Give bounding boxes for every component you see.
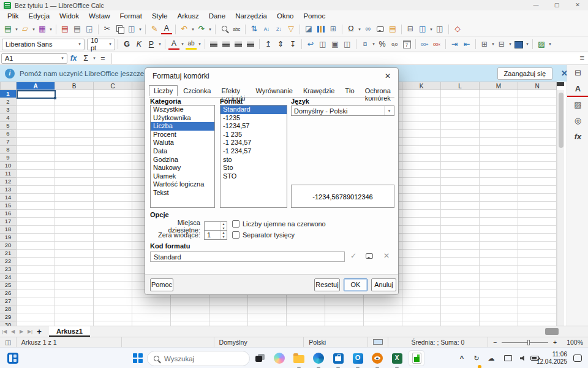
vertical-split-handle[interactable] (557, 82, 564, 86)
zoom-out-button[interactable]: − (488, 339, 502, 346)
spelling-icon[interactable]: abc (231, 23, 242, 35)
name-box[interactable]: A1 ▾ (1, 53, 67, 64)
previous-sheet-icon[interactable]: ◀ (9, 329, 17, 334)
row-header-11[interactable]: 11 (0, 170, 17, 178)
currency-format-icon[interactable]: ¤ (360, 39, 371, 50)
row-header-14[interactable]: 14 (0, 194, 17, 202)
border-style-dropdown-icon[interactable]: ▾ (508, 42, 513, 47)
display-tray-icon[interactable] (504, 348, 512, 368)
ok-button[interactable]: OK (344, 278, 368, 291)
font-color-dropdown-icon[interactable]: ▾ (180, 42, 185, 47)
freeze-panes-icon[interactable]: ◫ (417, 23, 428, 35)
column-header-C[interactable]: C (94, 82, 132, 90)
currency-dropdown-icon[interactable]: ▾ (371, 42, 376, 47)
zoom-in-button[interactable]: + (548, 339, 562, 346)
dialog-close-icon[interactable]: ✕ (385, 72, 391, 80)
notification-center-icon[interactable] (573, 348, 582, 368)
align-justify-icon[interactable] (245, 39, 256, 50)
find-replace-icon[interactable] (219, 23, 230, 35)
open-dropdown-icon[interactable]: ▾ (31, 27, 36, 32)
microsoft-store-button[interactable] (330, 350, 346, 366)
menu-item[interactable]: Edycja (24, 10, 55, 22)
page-style[interactable]: Domyślny (214, 339, 304, 346)
borders-dropdown-icon[interactable]: ▾ (491, 42, 496, 47)
border-color-dropdown-icon[interactable]: ▾ (525, 42, 530, 47)
zoom-percent[interactable]: 100% (562, 339, 588, 346)
sidebar-menu-icon[interactable]: ≡ (579, 53, 584, 63)
row-header-4[interactable]: 4 (0, 114, 17, 122)
negative-red-checkbox-box[interactable] (232, 220, 239, 228)
row-header-28[interactable]: 28 (0, 305, 17, 313)
underline-dropdown-icon[interactable]: ▾ (157, 42, 162, 47)
add-decimal-icon[interactable]: 00+ (419, 39, 430, 50)
save-dropdown-icon[interactable]: ▾ (48, 27, 53, 32)
align-bottom-icon[interactable]: ↧ (287, 39, 298, 50)
undo-icon[interactable]: ↶ (179, 23, 190, 35)
align-center-icon[interactable] (221, 39, 232, 50)
menu-item[interactable]: Widok (55, 10, 84, 22)
row-header-29[interactable]: 29 (0, 313, 17, 321)
format-option[interactable]: -1234,57 (221, 122, 287, 131)
format-option[interactable]: Sto (221, 164, 287, 172)
next-sheet-icon[interactable]: ▶ (17, 329, 26, 334)
category-option[interactable]: Wartość logiczna (151, 180, 214, 189)
horizontal-scrollbar-thumb[interactable] (545, 328, 559, 335)
get-involved-button[interactable]: Zaangażuj się (497, 67, 553, 80)
sidebar-properties-icon[interactable]: ⊟ (567, 65, 588, 81)
text-language[interactable]: Polski (304, 339, 368, 346)
date-format-icon[interactable]: 7 (401, 39, 412, 50)
menu-item[interactable]: Format (115, 10, 147, 22)
add-sheet-icon[interactable]: + (34, 327, 44, 336)
format-code-input[interactable]: Standard (150, 251, 345, 262)
delete-decimal-icon[interactable]: 00× (431, 39, 442, 50)
font-name-combo[interactable]: Liberation Sans ▾ (2, 39, 85, 50)
new-dropdown-icon[interactable]: ▾ (14, 27, 19, 32)
confirm-code-icon[interactable]: ✓ (347, 251, 360, 260)
autofilter-icon[interactable]: ▽ (285, 23, 296, 35)
row-header-16[interactable]: 16 (0, 210, 17, 218)
name-box-dropdown-icon[interactable]: ▾ (58, 56, 67, 61)
category-option[interactable]: Waluta (151, 139, 214, 147)
row-header-21[interactable]: 21 (0, 250, 17, 258)
row-header-7[interactable]: 7 (0, 138, 17, 146)
sort-descending-icon[interactable]: Z↓ (273, 23, 284, 35)
volume-tray-icon[interactable] (520, 348, 526, 368)
borders-icon[interactable]: ⊞ (479, 39, 490, 50)
wrap-text-icon[interactable]: ↩ (305, 39, 316, 50)
font-size-combo[interactable]: 10 pt ▾ (87, 39, 115, 50)
cancel-button[interactable]: Anuluj (371, 278, 396, 291)
format-option[interactable]: -1 235 (221, 131, 287, 139)
format-option[interactable]: sto (221, 156, 287, 164)
increase-indent-icon[interactable]: ⇥ (449, 39, 460, 50)
dialog-tab[interactable]: Ochrona komórek (360, 85, 396, 96)
language-dropdown[interactable]: Domyślny - Polski ▾ (291, 105, 394, 116)
category-option[interactable]: Godzina (151, 156, 214, 164)
redo-dropdown-icon[interactable]: ▾ (208, 27, 213, 32)
update-tray-icon[interactable]: ↻ (470, 348, 483, 368)
row-header-2[interactable]: 2 (0, 98, 17, 106)
menu-item[interactable]: Wstaw (84, 10, 115, 22)
row-header-8[interactable]: 8 (0, 146, 17, 154)
excel-button[interactable] (389, 350, 405, 366)
help-button[interactable]: Pomoc (150, 278, 173, 291)
negative-red-checkbox[interactable]: Liczby ujemne na czerwono (232, 220, 326, 228)
minimize-button[interactable]: — (526, 0, 546, 10)
sheet-tab-arkusz1[interactable]: Arkusz1 (49, 326, 90, 337)
align-vcenter-icon[interactable]: ⇕ (275, 39, 286, 50)
row-header-24[interactable]: 24 (0, 274, 17, 282)
freeze-dropdown-icon[interactable]: ▾ (429, 27, 434, 32)
widgets-button[interactable] (5, 350, 21, 366)
print-preview-icon[interactable]: ◲ (84, 23, 95, 35)
font-size-dropdown-icon[interactable]: ▾ (106, 42, 115, 47)
export-pdf-icon[interactable]: ▤ (59, 23, 70, 35)
row-header-23[interactable]: 23 (0, 266, 17, 274)
highlight-color-icon[interactable]: ab (186, 39, 197, 50)
row-header-30[interactable]: 30 (0, 321, 17, 326)
undo-dropdown-icon[interactable]: ▾ (190, 27, 195, 32)
column-header-K[interactable]: K (402, 82, 441, 90)
category-option[interactable]: Wszystkie (151, 105, 214, 114)
row-header-10[interactable]: 10 (0, 162, 17, 170)
cut-icon[interactable]: ✂ (102, 23, 113, 35)
category-option[interactable]: Tekst (151, 189, 214, 197)
headers-footers-icon[interactable]: ▤ (387, 23, 398, 35)
